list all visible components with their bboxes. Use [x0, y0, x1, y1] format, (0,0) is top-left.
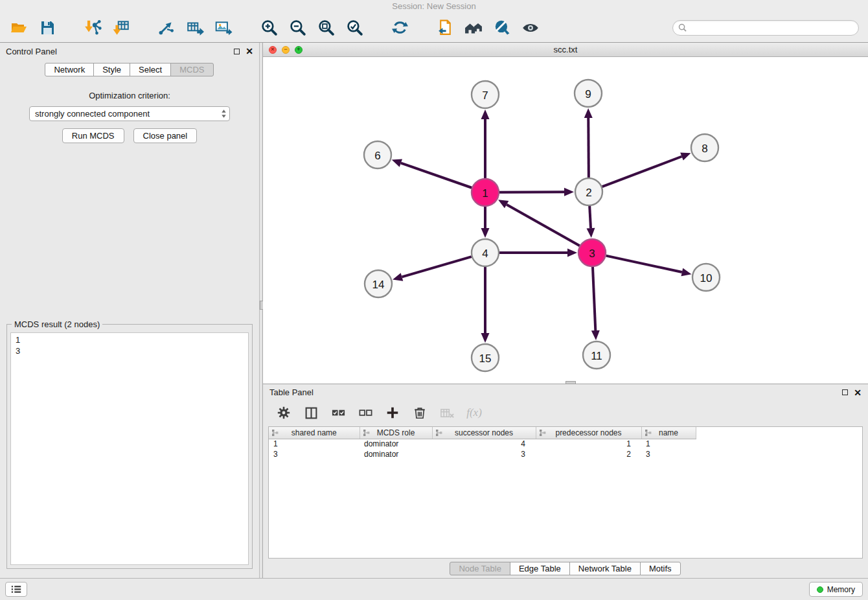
column-header-predecessor-nodes[interactable]: predecessor nodes	[536, 427, 641, 439]
add-column-button[interactable]	[385, 405, 400, 421]
zoom-selected-icon	[346, 19, 363, 36]
cell-successor-nodes[interactable]: 3	[432, 449, 536, 459]
node-table-row[interactable]: 1dominator411	[269, 439, 696, 449]
node-table-container[interactable]: shared name MCDS role successor nodes pr…	[268, 426, 863, 559]
network-canvas[interactable]: 7968124314101511	[263, 57, 868, 384]
cell-predecessor-nodes[interactable]: 2	[536, 449, 641, 459]
table-panel: Table Panel ✕	[263, 384, 868, 578]
import-table-button[interactable]	[111, 17, 131, 38]
graph-edge-3-11[interactable]	[593, 267, 595, 330]
column-header-shared-name[interactable]: shared name	[269, 427, 360, 439]
save-session-button[interactable]	[38, 17, 57, 38]
graph-node-label: 10	[700, 272, 713, 284]
cell-mcds-role[interactable]: dominator	[360, 449, 432, 459]
run-mcds-button[interactable]: Run MCDS	[62, 128, 124, 143]
graph-edge-1-2[interactable]	[499, 192, 564, 192]
export-image-button[interactable]	[214, 17, 233, 38]
float-panel-icon[interactable]	[234, 49, 240, 54]
graph-edge-3-10[interactable]	[606, 256, 682, 272]
graph-edge-2-9[interactable]	[588, 118, 589, 178]
tab-select[interactable]: Select	[130, 63, 171, 76]
node-table-row[interactable]: 3dominator323	[269, 449, 696, 459]
list-icon	[10, 584, 22, 594]
zoom-fit-button[interactable]	[316, 17, 336, 38]
graph-edge-arrowhead	[680, 152, 691, 160]
select-all-icon	[331, 406, 346, 421]
table-settings-button[interactable]	[276, 405, 291, 421]
tab-network[interactable]: Network	[45, 63, 94, 76]
import-network-button[interactable]	[83, 17, 102, 38]
task-history-button[interactable]	[5, 582, 27, 597]
close-panel-button[interactable]: Close panel	[133, 128, 198, 143]
graph-node-label: 9	[585, 88, 591, 100]
tab-motifs[interactable]: Motifs	[640, 562, 681, 575]
memory-button[interactable]: Memory	[809, 582, 863, 597]
graph-node-label: 4	[482, 248, 488, 260]
float-table-panel-icon[interactable]	[842, 389, 848, 395]
delete-column-button-disabled	[439, 405, 455, 421]
criterion-select[interactable]: strongly connected component	[29, 106, 230, 121]
mcds-result-box[interactable]: 1 3	[10, 332, 249, 565]
column-header-successor-nodes[interactable]: successor nodes	[432, 427, 536, 439]
node-table: shared name MCDS role successor nodes pr…	[269, 427, 696, 459]
style-tool-button[interactable]	[492, 17, 512, 38]
column-type-icon	[539, 429, 547, 439]
close-window-button[interactable]: ×	[269, 46, 277, 54]
network-graph[interactable]: 7968124314101511	[263, 57, 868, 384]
graph-edge-2-8[interactable]	[602, 156, 682, 187]
search-input[interactable]	[690, 23, 853, 32]
cell-mcds-role[interactable]: dominator	[360, 439, 432, 449]
tab-edge-table[interactable]: Edge Table	[510, 562, 570, 575]
select-all-button[interactable]	[330, 405, 346, 421]
show-hide-button[interactable]	[521, 17, 540, 38]
close-panel-icon[interactable]: ✕	[246, 47, 253, 56]
duplicate-network-button[interactable]	[435, 17, 455, 38]
graph-edge-arrowhead	[481, 110, 490, 119]
paint-icon	[494, 19, 511, 36]
ndex-button[interactable]	[464, 17, 483, 38]
table-panel-header: Table Panel ✕	[263, 384, 868, 400]
cell-name[interactable]: 3	[641, 449, 696, 459]
zoom-in-button[interactable]	[259, 17, 279, 38]
refresh-button[interactable]	[390, 17, 409, 38]
close-table-panel-icon[interactable]: ✕	[854, 388, 862, 397]
tab-network-table[interactable]: Network Table	[569, 562, 641, 575]
graph-node-label: 6	[374, 150, 380, 162]
tab-mcds[interactable]: MCDS	[170, 63, 213, 76]
graph-edge-3-1[interactable]	[507, 205, 580, 246]
tab-style[interactable]: Style	[93, 63, 130, 76]
graph-node-label: 11	[591, 350, 602, 362]
share-network-button[interactable]	[157, 17, 176, 38]
cell-predecessor-nodes[interactable]: 1	[536, 439, 641, 449]
zoom-out-button[interactable]	[288, 17, 307, 38]
import-table-icon	[112, 19, 130, 37]
cell-shared-name[interactable]: 3	[269, 449, 360, 459]
quick-search[interactable]	[672, 20, 859, 36]
deselect-all-button[interactable]	[358, 405, 373, 421]
cell-shared-name[interactable]: 1	[269, 439, 360, 449]
select-stepper-icon	[221, 109, 227, 119]
tab-node-table[interactable]: Node Table	[450, 562, 510, 575]
application-window: Session: New Session	[0, 0, 868, 600]
delete-button[interactable]	[412, 405, 428, 421]
show-columns-button[interactable]	[303, 405, 319, 421]
graph-edge-1-6[interactable]	[401, 163, 472, 188]
network-window: scc.txt × − + 7968124314101511	[263, 43, 868, 384]
cell-successor-nodes[interactable]: 4	[432, 439, 536, 449]
zoom-window-button[interactable]: +	[295, 46, 303, 54]
folder-icon	[10, 19, 28, 36]
column-header-mcds-role[interactable]: MCDS role	[360, 427, 432, 439]
graph-edge-4-14[interactable]	[402, 257, 471, 277]
memory-label: Memory	[827, 585, 855, 594]
open-session-button[interactable]	[9, 17, 29, 38]
export-table-button[interactable]	[185, 17, 205, 38]
function-builder-button-disabled: f(x)	[466, 405, 482, 421]
import-network-icon	[84, 19, 102, 37]
zoom-selected-button[interactable]	[345, 17, 364, 38]
column-header-name[interactable]: name	[641, 427, 696, 439]
graph-edge-2-3[interactable]	[589, 206, 591, 228]
houses-icon	[464, 19, 483, 37]
main-area: Control Panel ✕ Network Style Select MCD…	[0, 43, 868, 578]
minimize-window-button[interactable]: −	[282, 46, 290, 54]
cell-name[interactable]: 1	[641, 439, 696, 449]
